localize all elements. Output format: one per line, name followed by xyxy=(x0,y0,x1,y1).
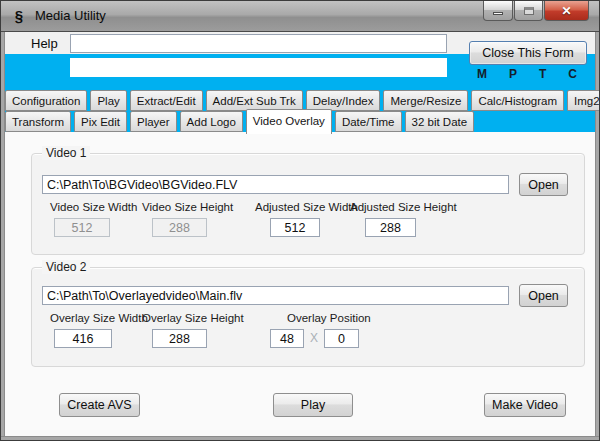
overlay-position-x-field[interactable] xyxy=(270,329,304,348)
tab-player[interactable]: Player xyxy=(130,111,177,132)
header-input-top[interactable] xyxy=(70,34,447,53)
close-icon: ✕ xyxy=(561,4,571,18)
video2-legend: Video 2 xyxy=(42,260,90,274)
tab-configuration[interactable]: Configuration xyxy=(5,90,87,111)
adjusted-size-width-field[interactable] xyxy=(270,218,320,237)
video1-group: Video 1 Open Video Size Width Video Size… xyxy=(31,153,585,255)
video1-path-input[interactable] xyxy=(42,175,509,194)
tab-add-ext-sub-trk[interactable]: Add/Ext Sub Trk xyxy=(206,90,303,111)
tab-32-bit-date[interactable]: 32 bit Date xyxy=(405,111,475,132)
flag-m: M xyxy=(477,67,487,81)
flag-labels: M P T C xyxy=(471,67,583,81)
overlay-position-y-field[interactable] xyxy=(324,329,359,348)
window-controls: ✕ xyxy=(482,1,589,21)
adjusted-size-width-label: Adjusted Size Width xyxy=(255,201,358,213)
make-video-button[interactable]: Make Video xyxy=(484,393,566,417)
play-button[interactable]: Play xyxy=(273,393,353,417)
flag-t: T xyxy=(539,67,546,81)
tab-img2vid-extrct[interactable]: Img2Vid Extrct xyxy=(567,90,600,111)
minimize-button[interactable] xyxy=(483,1,513,21)
tab-play[interactable]: Play xyxy=(90,90,126,111)
help-menu[interactable]: Help xyxy=(31,36,58,51)
close-this-form-button[interactable]: Close This Form xyxy=(469,41,587,65)
minimize-icon xyxy=(493,12,503,15)
title-bar: § Media Utility ✕ xyxy=(1,1,599,32)
video2-path-input[interactable] xyxy=(42,286,509,305)
maximize-icon xyxy=(524,7,534,15)
header-input-bottom[interactable] xyxy=(70,58,447,77)
overlay-size-width-field[interactable] xyxy=(54,329,112,348)
adjusted-size-height-label: Adjusted Size Height xyxy=(350,201,457,213)
video1-open-button[interactable]: Open xyxy=(519,173,568,196)
video-size-width-label: Video Size Width xyxy=(50,201,137,213)
tab-row-1: Configuration Play Extract/Edit Add/Ext … xyxy=(5,90,600,111)
overlay-size-height-field[interactable] xyxy=(152,329,207,348)
maximize-button[interactable] xyxy=(514,1,543,21)
position-separator-x: X xyxy=(310,331,318,345)
tab-pix-edit[interactable]: Pix Edit xyxy=(74,111,127,132)
video-size-height-label: Video Size Height xyxy=(142,201,233,213)
flag-c: C xyxy=(568,67,577,81)
overlay-size-width-label: Overlay Size Width xyxy=(50,312,148,324)
create-avs-button[interactable]: Create AVS xyxy=(59,393,140,417)
video1-legend: Video 1 xyxy=(42,146,90,160)
close-button[interactable]: ✕ xyxy=(544,1,589,21)
media-utility-window: § Media Utility ✕ Help Close This Form M… xyxy=(0,0,600,441)
tab-video-overlay[interactable]: Video Overlay xyxy=(246,109,332,134)
window-title: Media Utility xyxy=(35,1,106,31)
video2-group: Video 2 Open Overlay Size Width Overlay … xyxy=(31,267,585,367)
overlay-position-label: Overlay Position xyxy=(287,312,371,324)
tab-merge-resize[interactable]: Merge/Resize xyxy=(383,90,468,111)
overlay-size-height-label: Overlay Size Height xyxy=(142,312,244,324)
flag-p: P xyxy=(509,67,517,81)
tab-date-time[interactable]: Date/Time xyxy=(335,111,402,132)
adjusted-size-height-field[interactable] xyxy=(365,218,416,237)
window-frame-bottom xyxy=(1,436,599,440)
tab-calc-histogram[interactable]: Calc/Histogram xyxy=(471,90,564,111)
tab-add-logo[interactable]: Add Logo xyxy=(180,111,243,132)
tab-extract-edit[interactable]: Extract/Edit xyxy=(130,90,203,111)
video2-open-button[interactable]: Open xyxy=(519,284,568,307)
tab-row-2: Transform Pix Edit Player Add Logo Video… xyxy=(5,111,474,134)
tab-transform[interactable]: Transform xyxy=(5,111,71,132)
app-icon: § xyxy=(11,7,27,25)
video-size-width-field xyxy=(54,218,110,237)
video-size-height-field xyxy=(152,218,207,237)
tab-delay-index[interactable]: Delay/Index xyxy=(306,90,381,111)
